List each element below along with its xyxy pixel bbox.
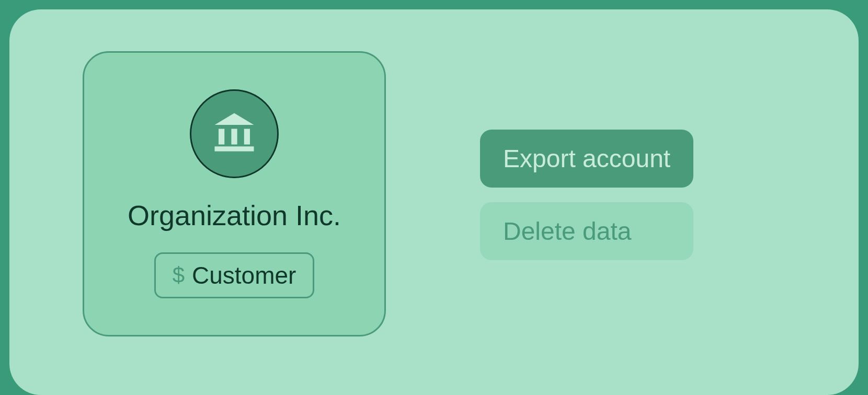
organization-card: Organization Inc. $ Customer bbox=[83, 51, 386, 336]
organization-name: Organization Inc. bbox=[128, 199, 341, 231]
dollar-icon: $ bbox=[173, 263, 185, 288]
svg-rect-3 bbox=[215, 146, 254, 151]
delete-data-button[interactable]: Delete data bbox=[480, 202, 693, 260]
export-account-button[interactable]: Export account bbox=[480, 130, 693, 188]
bank-icon bbox=[211, 109, 258, 158]
organization-icon-container bbox=[190, 89, 279, 178]
actions-group: Export account Delete data bbox=[480, 130, 693, 260]
svg-rect-0 bbox=[219, 129, 224, 145]
badge-label: Customer bbox=[192, 261, 296, 289]
svg-rect-1 bbox=[231, 129, 237, 145]
main-panel: Organization Inc. $ Customer Export acco… bbox=[9, 9, 859, 395]
svg-rect-2 bbox=[244, 129, 250, 145]
customer-badge: $ Customer bbox=[154, 252, 315, 298]
